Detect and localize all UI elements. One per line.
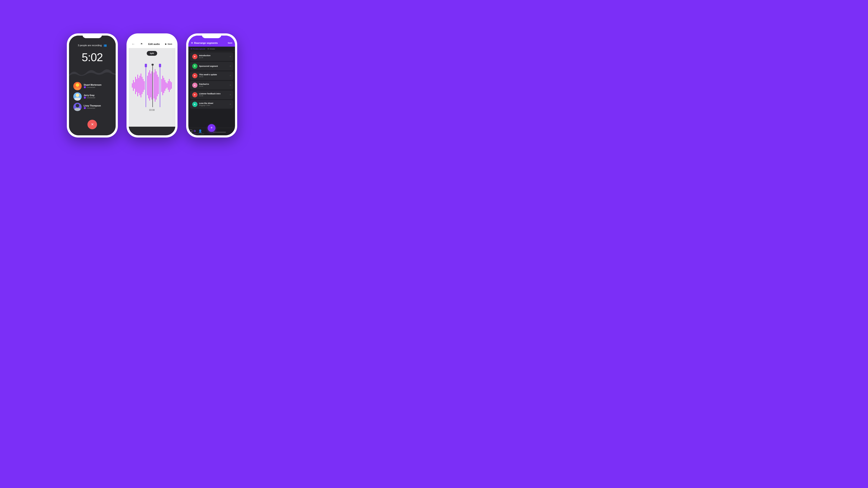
drag-handle-icon[interactable]: ≡ xyxy=(230,65,231,67)
drag-handle-icon[interactable]: ≡ xyxy=(230,94,231,96)
tab-preview-episode[interactable]: ⚙ Preview episode xyxy=(190,48,206,50)
svg-rect-14 xyxy=(136,79,137,92)
close-icon[interactable]: ✕ xyxy=(191,42,193,44)
drag-handle-icon[interactable]: ≡ xyxy=(230,55,231,58)
svg-rect-5 xyxy=(74,98,81,101)
play-button-love[interactable]: ▶ xyxy=(192,102,197,107)
participant-item: Jerry Gray ✓ Connected xyxy=(73,92,111,101)
rearrange-tabs: ⚙ Preview episode ⚙ Details xyxy=(188,46,235,52)
segment-name: Listener feedback intro xyxy=(199,93,228,95)
tools-icon: ⚙ xyxy=(193,129,196,133)
fab-add-button[interactable]: + xyxy=(208,124,215,132)
participant-status: ✓ Connected xyxy=(84,107,101,109)
participant-info: Stuart Mortensen ✓ Connected xyxy=(84,84,101,88)
svg-rect-36 xyxy=(160,64,160,107)
segment-time: 05:23 xyxy=(199,76,228,78)
segment-item-patched: ▶ Patched In 00:04 ≡ xyxy=(190,81,233,90)
status-dot: ✓ xyxy=(84,107,86,109)
waveform-area: Split xyxy=(129,48,175,127)
rearrange-save-button[interactable]: Save xyxy=(228,42,232,44)
phone-recording: 3 people are recording 👥 5:02 xyxy=(67,33,118,137)
headphones-icon: 🎧 xyxy=(189,129,193,133)
participants-list: Stuart Mortensen ✓ Connected xyxy=(69,82,116,111)
recording-title: 3 people are recording xyxy=(78,44,101,46)
svg-point-7 xyxy=(76,104,79,107)
svg-rect-12 xyxy=(134,82,135,89)
segment-item-update: ▶ This week's update 05:23 ≡ xyxy=(190,71,233,80)
participant-name: Stuart Mortensen xyxy=(84,84,101,86)
avatar-jerry xyxy=(73,92,82,101)
drag-handle-icon[interactable]: ≡ xyxy=(230,103,231,105)
svg-rect-25 xyxy=(148,72,149,98)
tab-discover[interactable]: 🎧 Discover xyxy=(188,129,193,134)
segment-item-feedback: ▶ Listener feedback intro 02:30 ≡ xyxy=(190,91,233,99)
svg-rect-29 xyxy=(153,64,153,107)
phone-edit-audio: ← ⚑ Edit audio ▶ Save Split xyxy=(126,33,178,137)
participant-name: Jerry Gray xyxy=(84,94,95,97)
play-button-update[interactable]: ▶ xyxy=(192,73,197,78)
svg-rect-34 xyxy=(157,75,158,96)
status-text: Connected xyxy=(87,97,95,99)
segment-info-patched: Patched In 00:04 xyxy=(199,83,228,87)
segment-time: 00:04 xyxy=(199,85,228,87)
svg-point-4 xyxy=(76,94,79,97)
svg-rect-16 xyxy=(138,78,139,93)
save-button[interactable]: ▶ Save xyxy=(165,43,172,45)
segment-item-sponsored: $ Sponsored segment ≡ xyxy=(190,62,233,70)
segment-name: Introduction xyxy=(199,55,228,57)
person-icon: 👤 xyxy=(198,129,202,133)
segment-time: 02:30 xyxy=(199,95,228,97)
svg-rect-43 xyxy=(167,83,167,88)
play-button-introduction[interactable]: ▶ xyxy=(192,54,197,59)
edit-audio-screen: ← ⚑ Edit audio ▶ Save Split xyxy=(129,36,175,135)
drag-handle-icon[interactable]: ≡ xyxy=(230,74,231,77)
home-indicator xyxy=(213,132,226,132)
status-text: Connected xyxy=(87,86,95,88)
settings-icon: ⚙ xyxy=(190,48,192,50)
svg-rect-21 xyxy=(144,81,145,90)
svg-rect-13 xyxy=(135,77,136,94)
tab-your-podcast[interactable]: 👤 Your Podcast xyxy=(196,129,204,134)
end-call-button[interactable]: ✕ xyxy=(88,120,97,129)
participant-status: ✓ Connected xyxy=(84,86,101,88)
play-circle-icon: ▶ xyxy=(165,43,167,45)
rearrange-title-area: ✕ Rearrange segments xyxy=(191,42,218,44)
notch-1 xyxy=(83,33,102,38)
segment-item-introduction: ▶ Introduction 01:30 ≡ xyxy=(190,52,233,61)
recording-screen: 3 people are recording 👥 5:02 xyxy=(69,36,116,135)
svg-rect-40 xyxy=(164,78,164,93)
svg-rect-27 xyxy=(150,73,151,97)
segment-item-love: ▶ Love the show! Baggage Claim ≡ xyxy=(190,100,233,109)
segment-info-sponsored: Sponsored segment xyxy=(199,65,228,67)
segment-info-update: This week's update 05:23 xyxy=(199,73,228,78)
status-dot: ✓ xyxy=(84,97,86,99)
play-button-patched[interactable]: ▶ xyxy=(192,83,197,88)
tab-details[interactable]: ⚙ Details xyxy=(208,48,215,50)
drag-handle-icon[interactable]: ≡ xyxy=(230,84,231,86)
participant-status: ✓ Connected xyxy=(84,97,95,99)
svg-rect-32 xyxy=(155,69,156,102)
segment-name: Patched In xyxy=(199,83,228,85)
flag-button[interactable]: ⚑ xyxy=(141,42,143,45)
svg-rect-39 xyxy=(162,76,163,95)
audio-timestamp: 03:08 xyxy=(149,109,155,111)
tab-tools[interactable]: ⚙ Tools xyxy=(193,129,196,134)
recording-header: 3 people are recording 👥 xyxy=(78,44,106,47)
participant-item: Lissy Thompson ✓ Connected xyxy=(73,103,111,111)
segment-info-love: Love the show! Baggage Claim xyxy=(199,102,228,106)
svg-rect-41 xyxy=(165,80,165,91)
segment-name: This week's update xyxy=(199,73,228,76)
play-button-feedback[interactable]: ▶ xyxy=(192,92,197,97)
svg-rect-20 xyxy=(143,79,144,92)
play-button-sponsored[interactable]: $ xyxy=(192,64,197,69)
svg-rect-35 xyxy=(158,77,159,94)
add-person-icon: 👥 xyxy=(103,44,107,47)
segment-info-introduction: Introduction 01:30 xyxy=(199,55,228,59)
back-button[interactable]: ← xyxy=(132,42,135,46)
svg-rect-19 xyxy=(142,77,142,94)
audio-waveform[interactable] xyxy=(131,64,173,107)
status-text: Connected xyxy=(87,107,95,109)
participant-info: Jerry Gray ✓ Connected xyxy=(84,94,95,99)
segment-time: Baggage Claim xyxy=(199,104,228,106)
rearrange-screen: ✕ Rearrange segments Save ⚙ Preview epis… xyxy=(188,36,235,135)
